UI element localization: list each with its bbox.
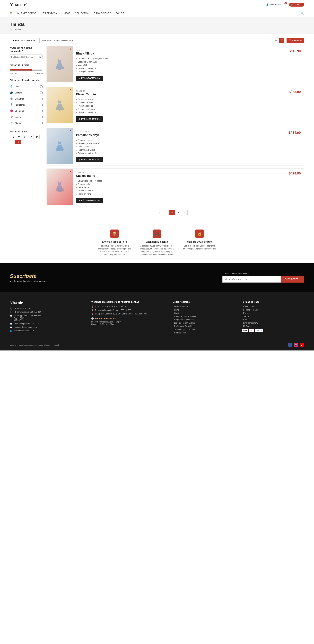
product-features: Tela: Gasa Estampado (americana)Escote e… bbox=[76, 57, 301, 73]
product-name: Blazer Carmín bbox=[76, 93, 96, 96]
search-section-title: ¿Qué prenda estas buscando? bbox=[10, 46, 42, 52]
newsletter-subtitle: Y enterate de las ultimas informaciones bbox=[10, 280, 47, 282]
type-checkbox[interactable] bbox=[40, 110, 42, 112]
youtube-icon[interactable]: ▶ bbox=[300, 343, 304, 347]
footer-payment-link-item: Envíos bbox=[242, 312, 304, 314]
type-checkbox[interactable] bbox=[40, 104, 42, 106]
nav-news[interactable]: NEWS bbox=[64, 12, 70, 14]
footer-payment-link[interactable]: Como comprar bbox=[242, 306, 304, 308]
search-submit-button[interactable]: 🔍 bbox=[37, 55, 42, 59]
facebook-icon[interactable]: f bbox=[288, 343, 293, 347]
page-header: Tienda 🏠 › Tienda bbox=[0, 17, 314, 34]
footer-payment-link[interactable]: Tienda bbox=[242, 315, 304, 318]
page-number-button[interactable]: 3 bbox=[176, 210, 181, 215]
footer-payment-link[interactable]: Finalizar compra bbox=[242, 322, 304, 324]
type-icon: 👖 bbox=[10, 103, 13, 106]
type-checkbox[interactable] bbox=[40, 86, 42, 88]
feature-title: Envíos a todo el Perú bbox=[96, 240, 132, 243]
type-checkbox[interactable] bbox=[40, 122, 42, 124]
footer-payment-link-item: Carrito bbox=[242, 318, 304, 321]
detail-view-button[interactable]: ☰ En detalle bbox=[287, 38, 304, 43]
footer-about-link[interactable]: Promociones bbox=[173, 332, 235, 334]
size-filter-button[interactable]: S bbox=[29, 135, 34, 139]
feature-icon: 📦 bbox=[110, 230, 119, 238]
product-feature: Escote en V con Laza bbox=[76, 60, 301, 64]
newsletter-submit-button[interactable]: SUSCRÍBETE → bbox=[281, 276, 304, 282]
product-info-button[interactable]: ⊞ MÁS INFORMACIÓN bbox=[76, 76, 103, 81]
product-feature: Talla de la modelo: S bbox=[76, 189, 301, 192]
product-card: 👗 ♥ CASACAS Casaca Indira S/.74.90 Delan… bbox=[46, 168, 304, 206]
product-info-button[interactable]: ⊞ MÁS INFORMACIÓN bbox=[76, 198, 103, 203]
instagram-icon[interactable]: 📷 bbox=[294, 343, 298, 347]
product-wishlist-button[interactable]: ♥ bbox=[70, 129, 72, 132]
footer-payment-link[interactable]: Carrito bbox=[242, 318, 304, 321]
type-checkbox[interactable] bbox=[40, 98, 42, 100]
newsletter-email-input[interactable] bbox=[222, 276, 281, 282]
info-icon: ⊞ bbox=[79, 159, 80, 161]
footer-payment-link[interactable]: Envíos bbox=[242, 312, 304, 314]
footer-about-link[interactable]: Términos y Condiciones bbox=[173, 328, 235, 331]
type-checkbox[interactable] bbox=[40, 92, 42, 94]
nav-quienes-somos[interactable]: QUIENES SOMOS bbox=[17, 12, 36, 14]
footer-payment-link[interactable]: Formas de Pago bbox=[242, 309, 304, 311]
nav-collection[interactable]: COLLECTION bbox=[75, 12, 89, 14]
page-number-button[interactable]: 4 bbox=[182, 210, 188, 215]
type-checkbox[interactable] bbox=[40, 116, 42, 118]
prev-page-button[interactable]: ‹ bbox=[157, 210, 162, 215]
type-filter-item: 👕 Blusas bbox=[10, 84, 42, 90]
product-feature: Tela: Gasa Estampado (americana) bbox=[76, 57, 301, 60]
footer-about-link[interactable]: Políticas de Privacidad bbox=[173, 325, 235, 328]
price-slider[interactable] bbox=[10, 68, 42, 71]
nav-prendas[interactable]: ☰ PRENDAS ▾ bbox=[41, 11, 59, 16]
size-filter-button[interactable]: 30 bbox=[16, 135, 21, 139]
type-filter-item: 👔 Conjuntos bbox=[10, 96, 42, 102]
page-number-button[interactable]: 1 bbox=[163, 210, 168, 215]
footer-about-link[interactable]: Confit bbox=[173, 312, 235, 314]
nav-confit[interactable]: CONFIT bbox=[116, 12, 124, 14]
size-filter-button[interactable]: 28 bbox=[10, 135, 15, 139]
cart-button[interactable]: 🛒 S/. 90.20 bbox=[289, 2, 304, 6]
sort-select[interactable]: Ordenar por popularidad bbox=[10, 38, 39, 43]
sidebar-search-section: ¿Qué prenda estas buscando? 🔍 bbox=[10, 46, 42, 60]
contact-icon: ✉️ bbox=[10, 322, 12, 325]
breadcrumb-home-icon[interactable]: 🏠 bbox=[10, 28, 12, 30]
product-wishlist-button[interactable]: ♥ bbox=[70, 88, 72, 91]
feature-item: 📦 Envíos a todo el Perú Recibe tus prend… bbox=[96, 230, 132, 256]
footer-payment-link[interactable]: Mi Cuenta bbox=[242, 325, 304, 328]
footer-stores-col: Visítanos en cualquiera de nuestras tien… bbox=[91, 300, 166, 335]
nav-home[interactable]: 🏠 bbox=[10, 12, 12, 14]
size-filter-button[interactable]: XL bbox=[15, 140, 21, 144]
product-price: S/.84.90 bbox=[289, 131, 301, 134]
product-search-input[interactable] bbox=[10, 55, 37, 59]
product-header: BLAZERS Blazer Carmín S/.85.90 bbox=[76, 90, 301, 98]
type-icon: 🧶 bbox=[10, 109, 13, 113]
footer-about-link[interactable]: News bbox=[173, 309, 235, 311]
footer-payment-link-item: Formas de Pago bbox=[242, 309, 304, 311]
product-image: 👗 ♥ bbox=[47, 87, 73, 123]
search-icon[interactable]: 🔍 bbox=[301, 12, 304, 15]
footer-about-link-item: Preguntas Frecuentes bbox=[173, 318, 235, 321]
footer-about-link[interactable]: Libro de Reclamaciones bbox=[173, 322, 235, 324]
feature-item: 🎧 Atención al cliente ¿Necesitas ayuda c… bbox=[139, 230, 175, 256]
account-link[interactable]: 👤 Mi cuenta ▾ bbox=[266, 4, 281, 6]
footer-about-link[interactable]: Cambios y Devoluciones bbox=[173, 315, 235, 318]
product-wishlist-button[interactable]: ♥ bbox=[70, 170, 72, 173]
grid-view-button[interactable]: ⊞ bbox=[274, 38, 278, 43]
wishlist-button[interactable]: ♡ 2 bbox=[284, 3, 286, 6]
product-header: BLUSAS Blusa Olinda S/.45.90 bbox=[76, 49, 301, 57]
footer-about-link[interactable]: Quienes Somos bbox=[173, 306, 235, 308]
next-page-button[interactable]: › bbox=[189, 210, 193, 215]
footer-stores-list: 📍Jr. Sebastian Barranca 1582, Int 307📍Jr… bbox=[91, 306, 166, 315]
page-number-button[interactable]: 2 bbox=[169, 210, 175, 215]
product-wishlist-button[interactable]: ♥ bbox=[70, 48, 72, 50]
size-filter-button[interactable]: M bbox=[35, 135, 39, 139]
list-view-button[interactable]: ☰ bbox=[279, 38, 284, 43]
feature-title: Atención al cliente bbox=[139, 240, 175, 243]
newsletter-form-wrap: Ingresa tu correo electrónico * SUSCRÍBE… bbox=[222, 272, 304, 282]
footer-about-link[interactable]: Preguntas Frecuentes bbox=[173, 318, 235, 321]
product-info-button[interactable]: ⊞ MÁS INFORMACIÓN bbox=[76, 157, 103, 162]
nav-promociones[interactable]: PROMOCIONES bbox=[94, 12, 111, 14]
size-filter-button[interactable]: 32 bbox=[23, 135, 28, 139]
size-filter-button[interactable]: L bbox=[10, 140, 14, 144]
product-info-button[interactable]: ⊞ MÁS INFORMACIÓN bbox=[76, 116, 103, 122]
